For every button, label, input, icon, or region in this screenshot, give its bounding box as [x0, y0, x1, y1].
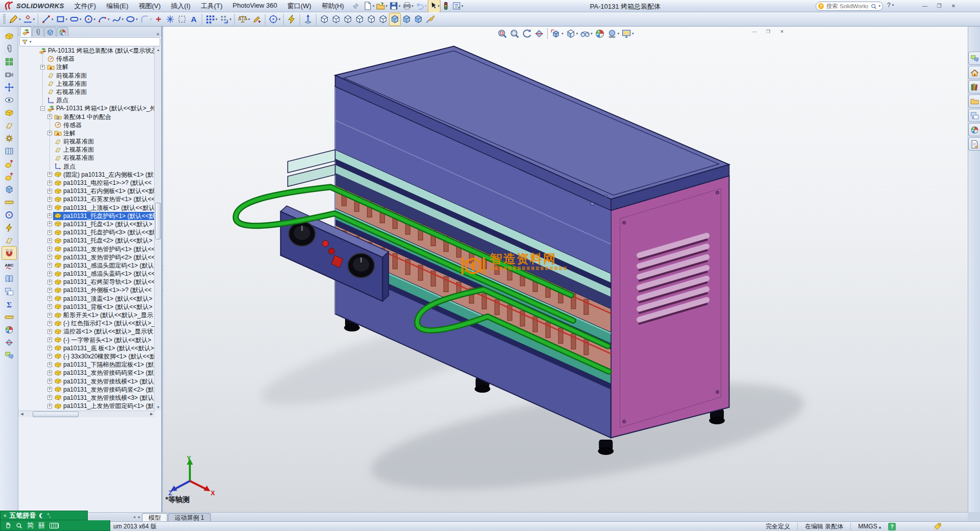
tree-expand-toggle[interactable]: +: [47, 363, 52, 367]
tree-expand-toggle[interactable]: +: [40, 65, 45, 69]
design-library-tab[interactable]: [968, 80, 980, 93]
dropdown-caret[interactable]: ▾: [399, 4, 401, 8]
dropdown-caret[interactable]: ▾: [33, 17, 35, 21]
tree-expand-toggle[interactable]: +: [47, 222, 52, 226]
trim-entities-button[interactable]: [177, 13, 187, 26]
view-trimetric-button[interactable]: [401, 13, 412, 26]
dropdown-caret[interactable]: ▾: [248, 17, 250, 21]
tree-expand-toggle[interactable]: +: [47, 395, 52, 400]
solidworks-resources-tab[interactable]: [968, 66, 980, 79]
tree-expand-toggle[interactable]: +: [47, 114, 52, 119]
apply-scene-button[interactable]: ▾: [606, 28, 621, 39]
tree-item[interactable]: +(固定) pa10131_左内侧板<1> (默认: [18, 171, 155, 179]
dropdown-caret[interactable]: ▾: [561, 32, 564, 36]
dropdown-caret[interactable]: ▾: [632, 32, 634, 36]
toolbar-grip[interactable]: [3, 14, 6, 25]
scroll-thumb[interactable]: [155, 203, 161, 239]
tree-expand-toggle[interactable]: +: [47, 387, 52, 392]
tag-icon[interactable]: [934, 522, 942, 530]
dropdown-caret[interactable]: ▾: [412, 4, 414, 8]
view-settings-button[interactable]: ▾: [620, 28, 635, 39]
dropdown-caret[interactable]: ▾: [108, 17, 110, 21]
configurationmanager-tab[interactable]: [44, 27, 56, 37]
search-icon[interactable]: [871, 3, 877, 10]
custom-properties-tab[interactable]: [968, 137, 980, 151]
view-isometric-button[interactable]: [389, 13, 400, 26]
dropdown-caret[interactable]: ▾: [122, 17, 124, 21]
help-search-box[interactable]: ? ▾: [816, 2, 883, 11]
dropdown-caret[interactable]: ▾: [80, 17, 82, 21]
tree-expand-toggle[interactable]: +: [47, 337, 52, 342]
assembly-features-button[interactable]: [2, 106, 16, 119]
ime-search-icon[interactable]: [16, 522, 22, 529]
doc-restore-button[interactable]: ❐: [762, 28, 774, 35]
view-top-button[interactable]: [366, 13, 377, 26]
tree-item[interactable]: +pa10131_发热管接码码竖<2> (默: [18, 385, 155, 394]
dropdown-caret[interactable]: ▾: [425, 4, 427, 8]
view-palette-tab[interactable]: [968, 109, 980, 122]
centerline-button[interactable]: [165, 13, 176, 26]
tree-horizontal-scrollbar[interactable]: ◀ ▶: [18, 411, 155, 417]
ime-simplified-toggle[interactable]: 简: [27, 521, 34, 530]
tree-expand-toggle[interactable]: +: [47, 354, 52, 358]
help-button[interactable]: ?▾: [887, 2, 894, 9]
tree-item[interactable]: +pa10131_托盘护码<3> (默认<<默: [18, 228, 155, 236]
tree-item[interactable]: 右视基准面: [18, 154, 155, 162]
options-button[interactable]: ▾: [452, 0, 464, 12]
mirror-components-button[interactable]: [2, 234, 16, 247]
dropdown-caret[interactable]: ▾: [385, 4, 387, 8]
tree-expand-toggle[interactable]: +: [47, 181, 52, 185]
dropdown-caret[interactable]: ▾: [52, 17, 54, 21]
restore-button[interactable]: ❐: [933, 2, 945, 10]
tree-filter-bar[interactable]: ▾: [19, 37, 160, 46]
tree-item[interactable]: +(-) 一字带箭头<1> (默认<<默认>: [18, 336, 155, 344]
tree-item[interactable]: +pa10131_感温头固定码<1> (默认: [18, 261, 155, 270]
tree-item[interactable]: +pa10131_发热管接线横<3> (默认: [18, 394, 155, 402]
linear-sketch-pattern-button[interactable]: ▾: [205, 13, 218, 26]
design-library-tool-button[interactable]: [2, 272, 16, 285]
tree-expand-toggle[interactable]: +: [47, 238, 52, 243]
manager-tabs-overflow[interactable]: »: [156, 31, 159, 37]
smart-fasteners-button[interactable]: [2, 68, 16, 81]
explode-line-sketch-button[interactable]: [2, 170, 16, 183]
pin-icon[interactable]: [352, 3, 359, 10]
spell-checker-button[interactable]: [2, 259, 16, 272]
tree-item[interactable]: +pa10131_顶盖<1> (默认<<默认>: [18, 295, 155, 303]
rebuild-button[interactable]: [441, 0, 451, 12]
reference-geometry-button[interactable]: [2, 119, 16, 132]
tree-expand-toggle[interactable]: +: [47, 329, 52, 334]
tree-item[interactable]: 前视基准面: [18, 71, 155, 80]
ime-mode-toggle[interactable]: 丽: [38, 521, 45, 530]
circular-sketch-pattern-button[interactable]: ▾: [219, 13, 232, 26]
solidworks-forum-tab[interactable]: [968, 52, 980, 65]
exploded-view-button[interactable]: [2, 157, 16, 170]
comment-button[interactable]: [2, 349, 16, 361]
tree-item[interactable]: +pa10131_电控箱<1>->? (默认<<: [18, 179, 155, 187]
tree-item[interactable]: +温控器<1> (默认<<默认>_显示状: [18, 327, 155, 335]
view-dimetric-button[interactable]: [413, 13, 424, 26]
tree-expand-toggle[interactable]: +: [47, 346, 52, 350]
clearance-verification-button[interactable]: [2, 196, 16, 208]
straight-slot-button[interactable]: ▾: [69, 13, 82, 26]
line-button[interactable]: ▾: [41, 13, 54, 26]
zoom-to-fit-button[interactable]: [496, 28, 508, 39]
tree-expand-toggle[interactable]: +: [47, 272, 52, 276]
ime-keyboard-icon[interactable]: [50, 523, 59, 528]
control-knob-2[interactable]: [348, 253, 375, 278]
tab-scroll-right[interactable]: ▸: [137, 513, 142, 521]
dropdown-caret[interactable]: ▾: [618, 32, 620, 36]
propertymanager-tab[interactable]: [32, 27, 44, 37]
tree-expand-toggle[interactable]: −: [40, 106, 45, 111]
tree-expand-toggle[interactable]: +: [47, 288, 52, 293]
interference-detection-button[interactable]: [2, 183, 16, 196]
ellipse-button[interactable]: ▾: [125, 13, 138, 26]
sketch-button[interactable]: ▾: [8, 13, 21, 26]
previous-view-button[interactable]: [521, 28, 533, 39]
centerpoint-arc-button[interactable]: ▾: [97, 13, 110, 26]
insert-component-button[interactable]: [2, 30, 16, 42]
tree-expand-toggle[interactable]: +: [47, 371, 52, 375]
tree-item[interactable]: −PA-10131 烤箱<1> (默认<<默认>_外: [18, 104, 155, 112]
tree-item[interactable]: 右视基准面: [18, 88, 155, 96]
show-hidden-components-button[interactable]: [2, 93, 16, 106]
tree-expand-toggle[interactable]: +: [47, 131, 52, 135]
